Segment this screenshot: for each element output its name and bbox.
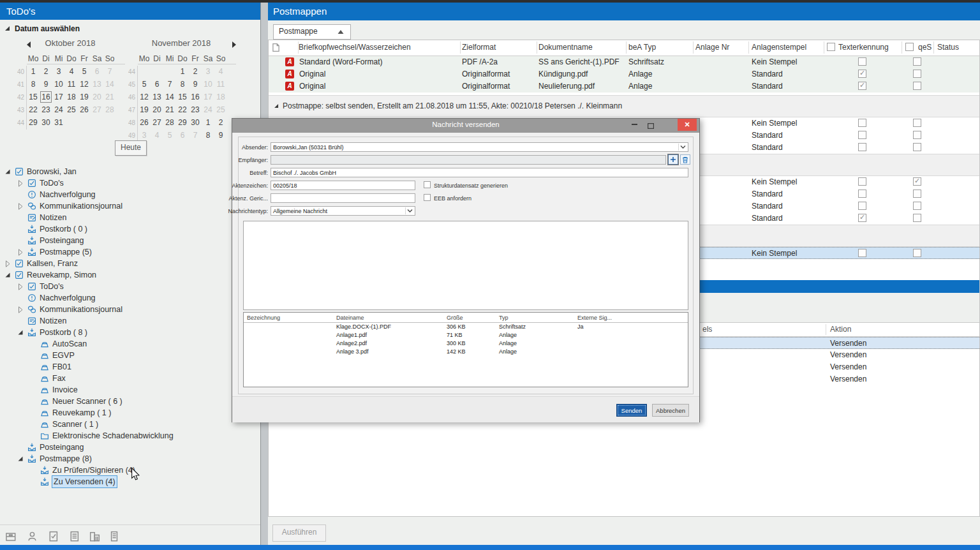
tree-item[interactable]: Postmappe (5) <box>0 246 260 258</box>
chevron-down-icon[interactable] <box>405 207 414 214</box>
texterkennung-checkbox[interactable] <box>858 57 866 66</box>
collapsed-expander-icon[interactable] <box>4 260 12 268</box>
calendar-day[interactable]: 3 <box>138 129 151 142</box>
calendar-day[interactable]: 14 <box>103 78 116 91</box>
calendar-day[interactable]: 8 <box>27 78 40 91</box>
date-select-caption[interactable]: Datum auswählen <box>4 24 80 33</box>
calendar-day[interactable]: 18 <box>65 91 78 103</box>
texterkennung-checkbox[interactable] <box>858 70 866 78</box>
texterkennung-checkbox[interactable] <box>858 214 866 222</box>
calendar-day[interactable]: 2 <box>40 65 52 78</box>
column-header-beatyp[interactable]: beA Typ <box>628 43 656 52</box>
collapsed-expander-icon[interactable] <box>17 283 25 291</box>
calendar-day[interactable]: 28 <box>103 103 116 116</box>
texterkennung-header-checkbox[interactable] <box>827 43 835 51</box>
column-header-status[interactable]: Status <box>937 43 959 52</box>
tree-item[interactable]: Zu Prüfen/Signieren (4) <box>0 465 260 476</box>
aktenzeichen-field[interactable]: 00205/18 <box>271 181 415 190</box>
calendar-day[interactable]: 27 <box>151 116 163 129</box>
group-by-postmappe-button[interactable]: Postmappe <box>273 24 351 40</box>
calendar-day[interactable]: 6 <box>176 129 189 142</box>
tree-item[interactable]: AutoScan <box>0 338 260 350</box>
calendar-day[interactable]: 19 <box>138 103 151 116</box>
group-header-row[interactable]: Postmappe: selbst senden, Erstellt am 21… <box>269 95 979 117</box>
collapsed-expander-icon[interactable] <box>17 306 25 314</box>
tree-item[interactable]: FB01 <box>0 361 260 373</box>
calendar-day[interactable]: 3 <box>52 65 65 78</box>
add-recipient-button[interactable] <box>668 154 678 165</box>
qes-checkbox[interactable] <box>913 214 921 222</box>
calendar-day[interactable]: 16 <box>40 91 52 103</box>
calendar-day[interactable]: 5 <box>78 65 91 78</box>
tree-item[interactable]: Reuvekamp, Simon <box>0 269 260 281</box>
qes-checkbox[interactable] <box>913 119 921 127</box>
calendar-day[interactable]: 3 <box>202 65 214 78</box>
calendar-day[interactable]: 18 <box>214 91 227 103</box>
calendar-day[interactable]: 1 <box>202 116 214 129</box>
tree-item[interactable]: Posteingang <box>0 442 260 453</box>
calendar-day[interactable]: 11 <box>65 78 78 91</box>
calendar-day[interactable]: 4 <box>214 65 227 78</box>
calendar-day[interactable]: 12 <box>138 91 151 103</box>
calendar-day[interactable]: 23 <box>189 103 202 116</box>
delete-recipient-button[interactable] <box>680 154 690 165</box>
tree-item[interactable]: Kommunikationsjournal <box>0 304 260 315</box>
calendar-day[interactable]: 4 <box>65 65 78 78</box>
calendar-day[interactable]: 27 <box>91 103 103 116</box>
calendar-day[interactable]: 25 <box>214 103 227 116</box>
expanded-expander-icon[interactable] <box>4 168 12 176</box>
tree-item[interactable]: Postmappe (8) <box>0 453 260 465</box>
tree-item[interactable]: Posteingang <box>0 235 260 246</box>
tree-item[interactable]: Zu Versenden (4) <box>0 476 260 487</box>
tree-item[interactable]: Borowski, Jan <box>0 166 260 177</box>
calendar-day[interactable]: 13 <box>91 78 103 91</box>
qes-checkbox[interactable] <box>913 82 921 90</box>
archive-icon[interactable] <box>5 531 16 542</box>
tree-item[interactable]: Nachverfolgung <box>0 292 260 304</box>
collapsed-expander-icon[interactable] <box>17 248 25 256</box>
calendar-day[interactable]: 15 <box>176 91 189 103</box>
calendar-day[interactable]: 7 <box>163 78 176 91</box>
calendar-day[interactable]: 25 <box>65 103 78 116</box>
attachment-row[interactable]: Klage.DOCX-(1).PDF306 KBSchriftsatzJa <box>244 323 688 331</box>
column-header-zielformat[interactable]: Zielformat <box>462 43 496 52</box>
calendar-day[interactable]: 17 <box>52 91 65 103</box>
calendar-day[interactable]: 22 <box>176 103 189 116</box>
qes-checkbox[interactable] <box>913 70 921 78</box>
calendar-day[interactable]: 14 <box>163 91 176 103</box>
absender-combobox[interactable]: Borowski,Jan (50321 Brühl) <box>271 142 688 152</box>
expanded-expander-icon[interactable] <box>17 329 25 337</box>
chevron-down-icon[interactable] <box>678 144 687 151</box>
expanded-expander-icon[interactable] <box>17 455 25 463</box>
calendar-day[interactable]: 13 <box>151 91 163 103</box>
tree-item[interactable]: Nachverfolgung <box>0 189 260 200</box>
calendar-day[interactable]: 15 <box>27 91 40 103</box>
tree-item[interactable]: Kommunikationsjournal <box>0 200 260 212</box>
tree-item[interactable]: Notizen <box>0 212 260 223</box>
qes-checkbox[interactable] <box>913 177 921 186</box>
calendar-day[interactable]: 9 <box>40 78 52 91</box>
building-icon[interactable] <box>89 531 100 542</box>
eeb-checkbox[interactable] <box>424 194 431 201</box>
strukturdatensatz-checkbox[interactable] <box>424 181 431 188</box>
calendar-day[interactable]: 29 <box>176 116 189 129</box>
calendar-day[interactable]: 26 <box>78 103 91 116</box>
calendar-day[interactable]: 7 <box>189 129 202 142</box>
attachment-row[interactable]: Anlage1.pdf71 KBAnlage <box>244 331 688 339</box>
texterkennung-checkbox[interactable] <box>858 143 866 151</box>
minimize-button[interactable] <box>628 119 641 131</box>
betreff-field[interactable]: Bischof ./. Jacobs GmbH <box>271 168 688 177</box>
tree-item[interactable]: ToDo's <box>0 281 260 292</box>
tree-item[interactable]: Postkorb ( 0 ) <box>0 223 260 235</box>
calendar-day[interactable]: 26 <box>138 116 151 129</box>
collapsed-expander-icon[interactable] <box>17 202 25 211</box>
calendar-day[interactable]: 28 <box>163 116 176 129</box>
cancel-button[interactable]: Abbrechen <box>652 404 689 417</box>
tree-item[interactable]: Scanner ( 1 ) <box>0 419 260 430</box>
tree-item[interactable]: Notizen <box>0 315 260 327</box>
empfaenger-field[interactable] <box>271 155 666 165</box>
dialog-titlebar[interactable]: Nachricht versenden ✕ <box>232 119 699 133</box>
send-button[interactable]: Senden <box>616 404 647 417</box>
qes-header-checkbox[interactable] <box>905 43 914 51</box>
attachment-row[interactable]: Anlage2.pdf300 KBAnlage <box>244 339 688 348</box>
